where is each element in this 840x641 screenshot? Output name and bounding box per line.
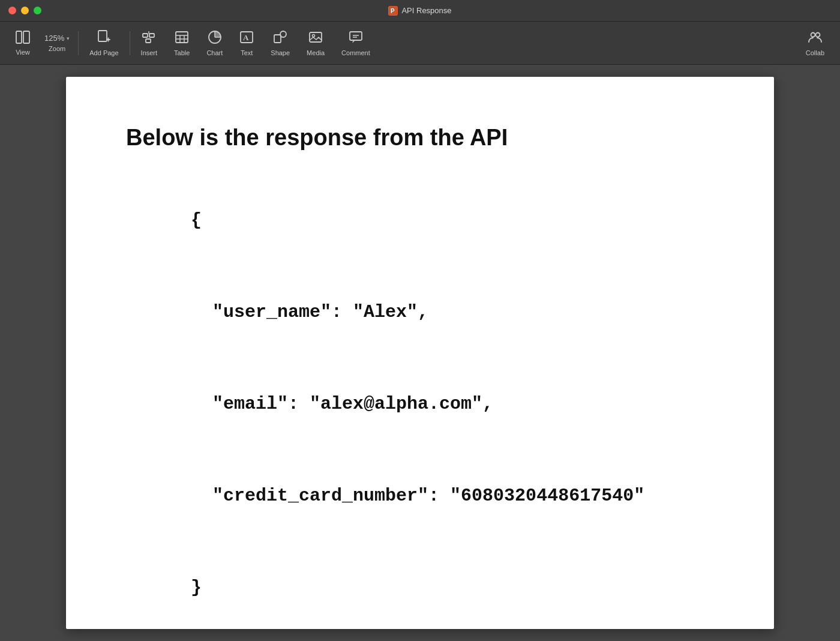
media-button[interactable]: Media [298,26,333,60]
view-label: View [16,49,30,56]
shape-button[interactable]: Shape [262,26,298,60]
code-line-2: "user_name": "Alex", [191,302,428,322]
text-icon: A [239,30,254,47]
add-page-label: Add Page [89,49,118,56]
title-bar: P API Response [0,0,840,22]
code-line-5: } [191,577,202,598]
maximize-button[interactable] [34,7,41,14]
code-line-4: "credit_card_number": "6080320448617540" [191,486,644,506]
media-icon [308,30,323,47]
svg-point-24 [313,34,315,37]
svg-rect-9 [146,39,151,43]
collab-label: Collab [806,49,824,56]
zoom-label: Zoom [49,45,65,52]
zoom-control[interactable]: 125% ▾ Zoom [38,30,76,56]
toolbar-right: Collab [797,26,833,60]
insert-button[interactable]: Insert [133,26,166,60]
svg-rect-23 [310,32,322,42]
zoom-value-display: 125% ▾ [44,34,70,43]
svg-rect-11 [176,32,188,43]
minimize-button[interactable] [21,7,29,14]
chart-label: Chart [206,49,223,56]
view-icon [16,31,30,46]
table-icon [175,30,189,47]
collab-button[interactable]: Collab [797,26,833,60]
document-page[interactable]: Below is the response from the API { "us… [66,77,774,629]
svg-point-28 [811,32,815,37]
toolbar-separator-2 [130,31,130,55]
collab-icon [808,30,822,47]
window-title-text: API Response [401,6,451,15]
svg-rect-3 [23,31,29,43]
comment-icon [349,30,363,47]
zoom-chevron-icon: ▾ [67,35,70,41]
svg-rect-21 [274,35,281,43]
close-button[interactable] [8,7,16,14]
add-page-icon [97,30,111,47]
code-line-3: "email": "alex@alpha.com", [191,394,493,414]
text-label: Text [241,49,253,56]
table-button[interactable]: Table [166,26,198,60]
svg-text:A: A [243,33,249,42]
document-heading: Below is the response from the API [126,125,714,151]
comment-button[interactable]: Comment [333,26,379,60]
code-line-1: { [191,210,202,230]
insert-icon [142,30,156,47]
toolbar-separator-1 [78,31,79,55]
svg-text:P: P [391,8,395,14]
comment-label: Comment [341,49,370,56]
window-title: P API Response [388,6,451,16]
insert-label: Insert [141,49,158,56]
app-icon: P [388,6,398,16]
shape-icon [273,30,287,47]
text-button[interactable]: A Text [231,26,262,60]
svg-rect-8 [149,34,154,37]
svg-rect-25 [350,32,362,40]
traffic-lights [8,7,41,14]
shape-label: Shape [271,49,290,56]
chart-icon [208,30,222,47]
document-code: { "user_name": "Alex", "email": "alex@al… [126,175,714,629]
table-label: Table [174,49,190,56]
toolbar: View 125% ▾ Zoom Add Page [0,22,840,65]
canvas-area: Below is the response from the API { "us… [0,65,840,641]
add-page-button[interactable]: Add Page [81,26,127,60]
svg-rect-2 [16,31,22,43]
svg-point-29 [816,32,820,37]
svg-point-22 [280,31,286,37]
svg-rect-4 [98,31,107,41]
chart-button[interactable]: Chart [198,26,231,60]
media-label: Media [307,49,325,56]
svg-rect-7 [143,34,148,37]
zoom-percent: 125% [44,34,64,43]
view-button[interactable]: View [7,27,38,59]
